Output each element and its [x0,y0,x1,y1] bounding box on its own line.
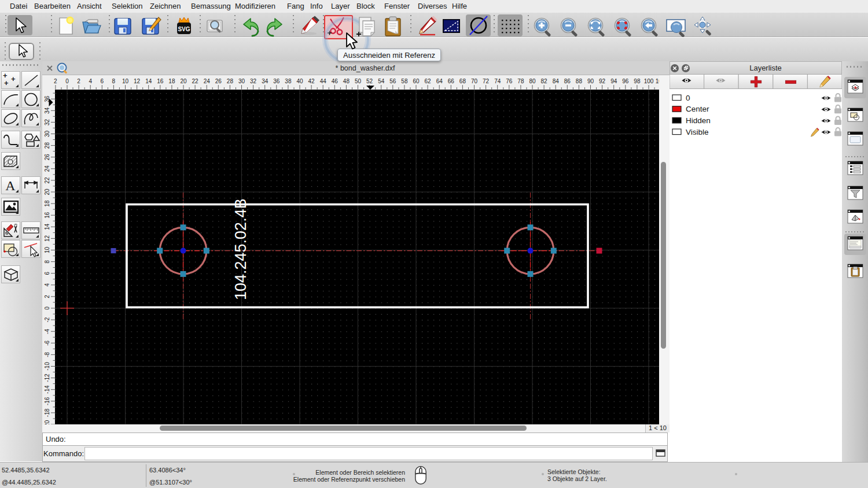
svg-text:34: 34 [262,78,269,84]
svg-text:70: 70 [471,78,478,84]
svg-text:Hidden: Hidden [686,116,711,125]
svg-text:14: 14 [145,78,152,84]
svg-text:38: 38 [285,78,292,84]
svg-text:Visible: Visible [686,128,709,136]
svg-text:48: 48 [343,78,350,84]
svg-text:18: 18 [44,200,50,207]
svg-text:16: 16 [157,78,164,84]
svg-text:82: 82 [541,78,548,84]
svg-text:14: 14 [44,223,50,230]
svg-text:96: 96 [622,78,629,84]
svg-text:-12: -12 [44,374,50,382]
svg-text:100: 100 [644,78,654,84]
svg-text:6: 6 [44,271,50,275]
svg-text:8: 8 [44,260,50,263]
svg-text:+: + [11,75,16,83]
svg-text:90: 90 [587,78,594,84]
svg-text:34: 34 [44,107,50,114]
svg-text:22: 22 [44,177,50,184]
svg-text:4: 4 [89,78,92,84]
svg-text:-2: -2 [44,317,50,322]
svg-text:72: 72 [483,78,490,84]
svg-text:54: 54 [378,78,385,84]
svg-text:-16: -16 [44,397,50,405]
svg-text:26: 26 [44,154,50,161]
svg-text:Layerliste: Layerliste [749,64,782,72]
svg-text:12: 12 [134,78,141,84]
svg-text:2: 2 [54,78,57,84]
svg-text:16: 16 [44,212,50,219]
svg-text:102: 102 [656,78,659,84]
svg-text:98: 98 [634,78,641,84]
svg-text:-6: -6 [44,340,50,345]
svg-text:0: 0 [65,78,69,84]
svg-text:12: 12 [44,235,50,242]
svg-text:56: 56 [389,78,396,84]
svg-text:50: 50 [355,78,362,84]
svg-text:94: 94 [610,78,617,84]
svg-text:SVG: SVG [178,26,190,32]
svg-text:28: 28 [44,142,50,149]
svg-text:-10: -10 [44,362,50,371]
svg-text:-14: -14 [44,385,50,394]
svg-text:A: A [5,178,16,193]
svg-text:30: 30 [44,131,50,138]
svg-text:64: 64 [436,78,443,84]
svg-text:40: 40 [296,78,303,84]
svg-text:62: 62 [425,78,432,84]
svg-text:26: 26 [215,78,222,84]
svg-text:Center: Center [686,105,709,113]
svg-text:0: 0 [686,94,690,102]
svg-text:30: 30 [238,78,245,84]
svg-text:24: 24 [204,78,211,84]
svg-text:6: 6 [101,78,104,84]
svg-text:84: 84 [553,78,560,84]
svg-text:8: 8 [112,78,116,84]
svg-text:78: 78 [517,78,524,84]
svg-text:86: 86 [564,78,571,84]
svg-text:32: 32 [250,78,257,84]
svg-text:18: 18 [168,78,175,84]
svg-text:76: 76 [506,78,513,84]
svg-text:-4: -4 [44,328,50,334]
svg-text:20: 20 [44,188,50,195]
svg-text:10: 10 [122,78,129,84]
svg-text:24: 24 [44,165,50,172]
svg-text:58: 58 [401,78,408,84]
svg-text:22: 22 [192,78,199,84]
svg-text:44: 44 [320,78,327,84]
svg-text:4: 4 [44,283,50,287]
svg-text:+: + [4,79,9,87]
svg-text:52: 52 [366,78,373,84]
svg-text:0: 0 [44,306,50,310]
svg-text:10: 10 [44,247,50,254]
svg-text:32: 32 [44,119,50,125]
svg-text:80: 80 [529,78,536,84]
svg-text:74: 74 [494,78,501,84]
svg-text:28: 28 [227,78,234,84]
svg-text:20: 20 [180,78,187,84]
svg-text:60: 60 [413,78,420,84]
svg-text:92: 92 [599,78,606,84]
svg-text:66: 66 [448,78,455,84]
svg-text:42: 42 [308,78,315,84]
svg-text:-8: -8 [44,352,50,357]
svg-text:-20: -20 [44,420,50,424]
svg-text:2: 2 [77,78,80,84]
svg-text:36: 36 [273,78,280,84]
svg-text:68: 68 [459,78,466,84]
svg-text:2: 2 [44,295,50,298]
svg-text:88: 88 [576,78,583,84]
svg-text:-18: -18 [44,408,50,417]
svg-text:46: 46 [332,78,339,84]
